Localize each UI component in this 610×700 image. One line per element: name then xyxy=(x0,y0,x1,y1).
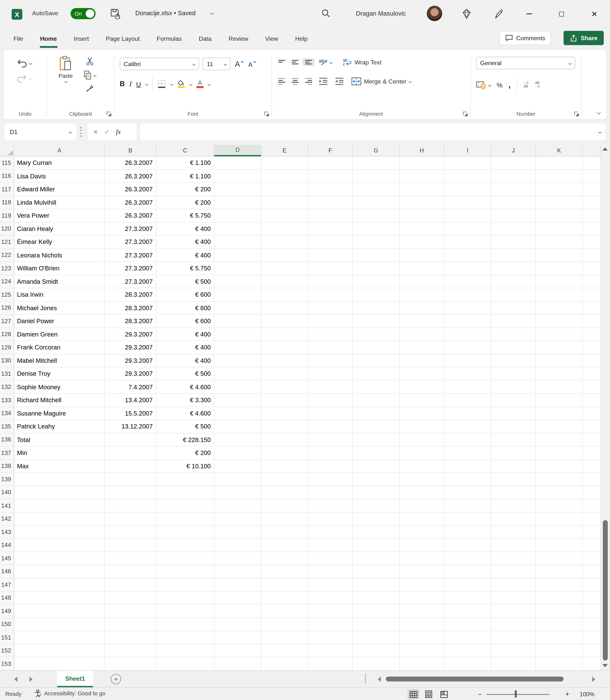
cell-partial118[interactable] xyxy=(583,196,600,209)
copy-chevron-icon[interactable] xyxy=(93,74,96,77)
cell-A149[interactable] xyxy=(14,605,105,618)
cell-F123[interactable] xyxy=(308,262,353,275)
cell-A121[interactable]: Éimear Kelly xyxy=(14,235,105,249)
cell-H123[interactable] xyxy=(400,262,444,275)
cell-B151[interactable] xyxy=(105,631,156,644)
cell-F135[interactable] xyxy=(308,420,353,433)
tab-insert[interactable]: Insert xyxy=(73,33,90,44)
cell-E138[interactable] xyxy=(261,460,308,473)
cell-E148[interactable] xyxy=(261,591,308,605)
cell-E129[interactable] xyxy=(261,341,308,354)
cell-I136[interactable] xyxy=(444,433,491,446)
previous-sheet-button[interactable] xyxy=(14,676,17,682)
cell-K122[interactable] xyxy=(536,249,583,262)
cell-J117[interactable] xyxy=(491,183,536,196)
cell-E115[interactable] xyxy=(261,156,308,170)
cell-partial129[interactable] xyxy=(583,341,600,354)
cell-H132[interactable] xyxy=(400,380,444,393)
row-header-136[interactable]: 136 xyxy=(0,433,14,446)
cell-F115[interactable] xyxy=(308,156,353,170)
cell-J124[interactable] xyxy=(491,275,536,288)
tab-review[interactable]: Review xyxy=(228,33,249,44)
align-right-button[interactable] xyxy=(305,78,312,85)
cell-F122[interactable] xyxy=(308,249,353,262)
cell-D150[interactable] xyxy=(214,618,261,631)
cell-A127[interactable]: Daniel Power xyxy=(14,314,105,328)
cell-C122[interactable]: € 400 xyxy=(156,249,214,262)
cell-partial133[interactable] xyxy=(583,394,600,407)
cell-J151[interactable] xyxy=(491,631,536,644)
cell-I133[interactable] xyxy=(444,394,491,407)
cell-H138[interactable] xyxy=(400,460,444,473)
cell-D141[interactable] xyxy=(214,499,261,512)
cell-partial144[interactable] xyxy=(583,539,600,552)
cell-E133[interactable] xyxy=(261,394,308,407)
cell-D145[interactable] xyxy=(214,552,261,565)
cell-H130[interactable] xyxy=(400,354,444,367)
cell-F117[interactable] xyxy=(308,183,353,196)
cell-K118[interactable] xyxy=(536,196,583,209)
cell-B138[interactable] xyxy=(105,460,156,473)
cell-F152[interactable] xyxy=(308,644,353,657)
cell-H143[interactable] xyxy=(400,526,444,539)
tab-page-layout[interactable]: Page Layout xyxy=(105,33,141,44)
row-header-138[interactable]: 138 xyxy=(0,460,14,473)
cell-D121[interactable] xyxy=(214,235,261,249)
cell-D118[interactable] xyxy=(214,196,261,209)
row-header-146[interactable]: 146 xyxy=(0,565,14,578)
cell-H122[interactable] xyxy=(400,249,444,262)
cell-C141[interactable] xyxy=(156,499,214,512)
cell-H148[interactable] xyxy=(400,591,444,605)
cell-D149[interactable] xyxy=(214,605,261,618)
cell-I137[interactable] xyxy=(444,447,491,460)
cell-J150[interactable] xyxy=(491,618,536,631)
cell-E139[interactable] xyxy=(261,473,308,486)
cell-K130[interactable] xyxy=(536,354,583,367)
cell-E123[interactable] xyxy=(261,262,308,275)
formula-bar-expand-icon[interactable] xyxy=(598,130,601,134)
cell-E127[interactable] xyxy=(261,314,308,328)
cell-A117[interactable]: Edward Miller xyxy=(14,183,105,196)
view-normal-button[interactable] xyxy=(407,689,420,699)
cell-K151[interactable] xyxy=(536,631,583,644)
cell-E153[interactable] xyxy=(261,657,308,670)
cell-C125[interactable]: € 600 xyxy=(156,288,214,301)
cell-G136[interactable] xyxy=(353,433,400,446)
cell-G130[interactable] xyxy=(353,354,400,367)
cell-J136[interactable] xyxy=(491,433,536,446)
cell-K148[interactable] xyxy=(536,591,583,605)
cell-E126[interactable] xyxy=(261,301,308,314)
redo-button[interactable] xyxy=(16,74,32,83)
tab-help[interactable]: Help xyxy=(294,33,308,44)
cell-K146[interactable] xyxy=(536,565,583,578)
diamond-icon[interactable] xyxy=(460,7,473,20)
cell-J144[interactable] xyxy=(491,539,536,552)
cell-A135[interactable]: Patrick Leahy xyxy=(14,420,105,433)
cell-D127[interactable] xyxy=(214,314,261,328)
cell-I130[interactable] xyxy=(444,354,491,367)
cell-I139[interactable] xyxy=(444,473,491,486)
cell-I144[interactable] xyxy=(444,539,491,552)
cell-D126[interactable] xyxy=(214,301,261,314)
cell-F132[interactable] xyxy=(308,380,353,393)
cell-J123[interactable] xyxy=(491,262,536,275)
cell-J130[interactable] xyxy=(491,354,536,367)
cell-J148[interactable] xyxy=(491,591,536,605)
cell-H117[interactable] xyxy=(400,183,444,196)
row-header-141[interactable]: 141 xyxy=(0,499,14,512)
cell-J141[interactable] xyxy=(491,499,536,512)
add-sheet-button[interactable]: + xyxy=(111,674,121,684)
cell-D135[interactable] xyxy=(214,420,261,433)
cell-I116[interactable] xyxy=(444,170,491,183)
select-all-corner[interactable] xyxy=(0,145,14,156)
row-header-132[interactable]: 132 xyxy=(0,380,14,393)
cell-J142[interactable] xyxy=(491,512,536,526)
column-header-d[interactable]: D xyxy=(214,145,261,156)
cell-B140[interactable] xyxy=(105,486,156,499)
cell-B153[interactable] xyxy=(105,657,156,670)
row-header-140[interactable]: 140 xyxy=(0,486,14,499)
cell-A123[interactable]: William O'Brien xyxy=(14,262,105,275)
tab-scrollbar-splitter[interactable] xyxy=(365,674,367,683)
cell-I140[interactable] xyxy=(444,486,491,499)
orientation-chevron-icon[interactable] xyxy=(330,60,333,64)
